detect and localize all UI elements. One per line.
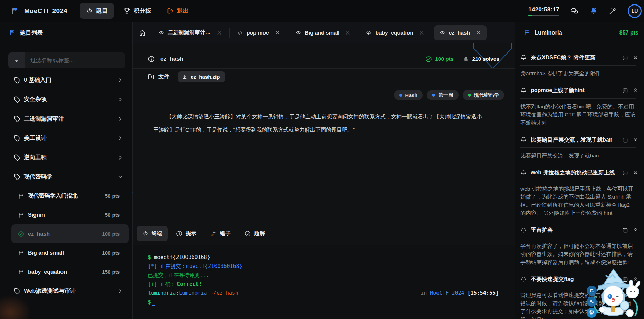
- user-avatar[interactable]: LU: [628, 4, 642, 18]
- category-crypto[interactable]: 现代密码学: [0, 167, 132, 186]
- fab-settings-button[interactable]: ⚙: [587, 308, 597, 318]
- hammer-icon: [210, 231, 217, 237]
- home-tab[interactable]: [135, 29, 151, 36]
- category-design[interactable]: 美工设计: [0, 128, 132, 148]
- nav-tab-scoreboard[interactable]: 积分板: [117, 3, 157, 19]
- tab-baby-equation[interactable]: baby_equation: [361, 25, 430, 40]
- flag-icon: [9, 29, 16, 36]
- calendar-icon[interactable]: [622, 170, 628, 176]
- user-points: 857 pts: [619, 30, 638, 36]
- zip-folder-icon: [148, 74, 154, 80]
- tag-week1[interactable]: 第一周: [427, 90, 459, 100]
- pennant-icon: [18, 250, 24, 256]
- calendar-icon[interactable]: [622, 227, 628, 233]
- notification: 平台扩容 平台再次扩容了，但可能不会对本条通知以前启动的容器生效。如果你的容器此…: [515, 226, 644, 267]
- moectf-logo-icon: [10, 7, 19, 16]
- tag-dot: [468, 94, 471, 97]
- challenge-panel: ez_hash 100 pts 210 solves 文件:: [133, 44, 515, 319]
- nav-logout[interactable]: 退出: [161, 3, 195, 19]
- challenge-item-big-and-small[interactable]: Big and small 100 pts: [11, 243, 129, 262]
- tab-writeup[interactable]: 题解: [239, 226, 270, 241]
- calendar-icon[interactable]: [622, 88, 628, 94]
- challenge-item-signin[interactable]: Signin 50 pts: [11, 205, 129, 224]
- person-icon[interactable]: [633, 137, 638, 143]
- tag-icon: [14, 154, 20, 161]
- tab-hammer[interactable]: 锤子: [205, 226, 236, 241]
- category-reverse[interactable]: 逆向工程: [0, 148, 132, 167]
- brand: MoeCTF 2024: [10, 7, 67, 16]
- close-icon[interactable]: [476, 30, 481, 35]
- close-icon[interactable]: [275, 30, 280, 35]
- chevron-right-icon: [117, 155, 123, 161]
- challenge-file-row: 文件: ez_hash.zip: [133, 69, 515, 85]
- notifications-bell-icon[interactable]: [590, 7, 597, 15]
- tag-icon: [14, 288, 20, 294]
- tab-terminal[interactable]: 终端: [137, 226, 168, 241]
- challenge-title-row: ez_hash 100 pts 210 solves: [133, 44, 515, 69]
- logout-icon: [167, 8, 174, 14]
- chevron-right-icon: [117, 97, 123, 103]
- notifications-list: 来点XDSEC娘？ 附件更新 @arttnba3 提供了更为完全的附件 popm…: [515, 44, 644, 319]
- timer-text: 1420:58:17: [528, 6, 559, 13]
- code-icon: [142, 231, 148, 236]
- cast-icon[interactable]: [571, 7, 578, 15]
- close-icon[interactable]: [217, 30, 222, 35]
- close-icon[interactable]: [345, 30, 350, 35]
- countdown-timer: 1420:58:17: [528, 6, 559, 16]
- person-icon[interactable]: [633, 277, 638, 282]
- nav-tab-scoreboard-label: 积分板: [134, 7, 151, 15]
- close-icon[interactable]: [419, 30, 424, 35]
- wand-icon[interactable]: [609, 7, 616, 15]
- terminal-cursor: [152, 299, 155, 306]
- code-icon: [440, 30, 445, 36]
- code-icon: [366, 30, 372, 36]
- code-icon: [86, 8, 93, 14]
- tab-pwn-intro[interactable]: 二进制漏洞审计…: [153, 25, 227, 41]
- download-icon: [182, 74, 188, 80]
- category-web[interactable]: Web渗透测试与审计: [0, 281, 132, 301]
- challenge-bottom-tabs: 终端 提示 锤子 题解: [133, 222, 515, 245]
- calendar-icon[interactable]: [622, 137, 628, 143]
- code-icon: [237, 30, 243, 36]
- chevron-right-icon: [117, 135, 123, 141]
- calendar-icon[interactable]: [622, 55, 628, 61]
- chevron-right-icon: [117, 288, 123, 294]
- notification: 不要快速提交flag 管理员是可以看到快速提交的警告的。返回flag错误的时候，…: [515, 275, 644, 319]
- category-misc[interactable]: 安全杂项: [0, 90, 132, 109]
- trophy-icon: [124, 8, 130, 14]
- nav-tab-challenges[interactable]: 题目: [80, 3, 114, 19]
- notification: popmoe上线了新hint 找不到flag的小伙伴看看hint吧，免费的。不过…: [515, 86, 644, 127]
- tag-dot: [399, 94, 402, 97]
- person-icon[interactable]: [633, 170, 638, 176]
- tab-big-and-small[interactable]: Big and small: [290, 25, 356, 40]
- timer-progressbar: [528, 15, 559, 16]
- fab-c-button[interactable]: C: [587, 286, 597, 296]
- tag-crypto[interactable]: 现代密码学: [463, 90, 504, 100]
- person-icon[interactable]: [633, 227, 638, 233]
- flag-icon: [524, 30, 530, 36]
- home-icon: [139, 29, 146, 36]
- person-icon[interactable]: [633, 55, 638, 61]
- challenge-item-ez-hash[interactable]: ez_hash 100 pts: [11, 224, 129, 243]
- tab-pop-moe[interactable]: pop moe: [232, 25, 286, 40]
- file-download-button[interactable]: ez_hash.zip: [178, 71, 225, 82]
- avatar-initials: LU: [632, 8, 638, 14]
- category-pwn[interactable]: 二进制漏洞审计: [0, 109, 132, 128]
- sidebar-header: 题目列表: [0, 22, 132, 44]
- calendar-icon[interactable]: [622, 277, 628, 282]
- info-icon: [148, 56, 155, 62]
- filter-input[interactable]: [25, 52, 125, 68]
- category-basics[interactable]: 0 基础入门: [0, 70, 132, 90]
- terminal-output[interactable]: $ moectf{2100360168} [*] 正在提交：moectf{210…: [133, 245, 515, 319]
- challenge-item-baby-equation[interactable]: baby_equation 150 pts: [11, 262, 129, 281]
- tab-ez-hash[interactable]: ez_hash: [434, 25, 487, 40]
- person-icon[interactable]: [633, 88, 638, 94]
- tag-hash[interactable]: Hash: [394, 90, 423, 100]
- tag-icon: [14, 77, 20, 84]
- tab-hint[interactable]: 提示: [171, 226, 202, 241]
- challenge-tags: Hash 第一周 现代密码学: [133, 85, 515, 100]
- challenge-points: 100 pts: [425, 56, 453, 62]
- fab-droplets-button[interactable]: [587, 297, 597, 307]
- floating-buttons: C ⚙: [587, 286, 597, 318]
- challenge-item-crypto-intro[interactable]: 现代密码学入门指北 50 pts: [11, 186, 129, 205]
